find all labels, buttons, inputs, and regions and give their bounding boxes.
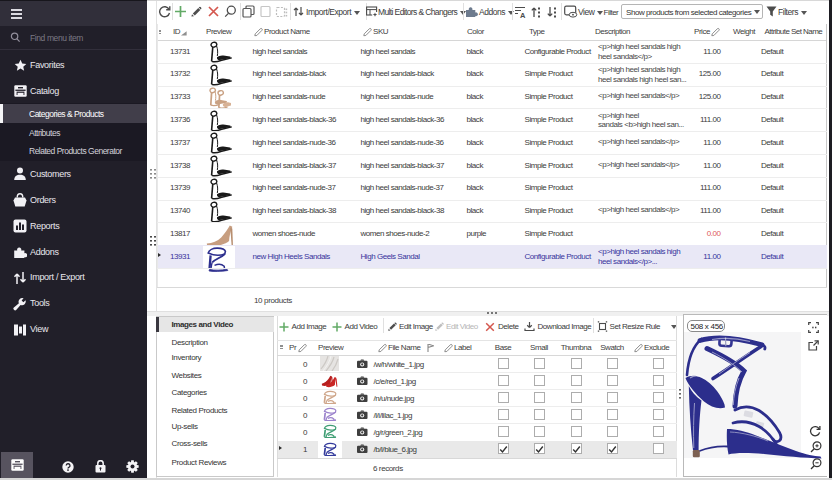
svg-text:A: A: [520, 11, 526, 19]
